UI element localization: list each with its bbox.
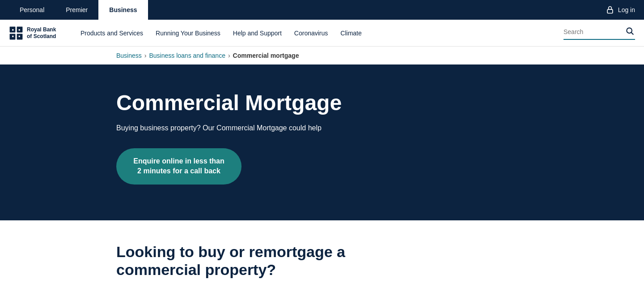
- breadcrumb-sep-1: ›: [144, 52, 147, 59]
- logo-area[interactable]: Royal Bank of Scotland: [9, 26, 63, 40]
- search-button[interactable]: [625, 26, 634, 37]
- svg-rect-8: [19, 35, 20, 37]
- hero-title: Commercial Mortgage: [116, 91, 528, 115]
- tab-premier[interactable]: Premier: [55, 0, 98, 20]
- breadcrumb: Business › Business loans and finance › …: [0, 47, 644, 64]
- tab-business[interactable]: Business: [98, 0, 148, 20]
- below-hero-section: Looking to buy or remortgage a commercia…: [0, 220, 644, 300]
- hero-subtitle: Buying business property? Our Commercial…: [116, 124, 528, 132]
- login-icon: [606, 5, 614, 14]
- nav-products-services[interactable]: Products and Services: [80, 30, 143, 37]
- breadcrumb-loans[interactable]: Business loans and finance: [149, 52, 225, 59]
- breadcrumb-business[interactable]: Business: [116, 52, 142, 59]
- top-bar: Personal Premier Business Log in: [0, 0, 644, 20]
- breadcrumb-current: Commercial mortgage: [233, 52, 299, 59]
- login-label: Log in: [618, 6, 635, 13]
- hero-section: Commercial Mortgage Buying business prop…: [0, 64, 644, 220]
- nav-coronavirus[interactable]: Coronavirus: [294, 30, 328, 37]
- svg-line-10: [631, 32, 634, 34]
- below-hero-title: Looking to buy or remortgage a commercia…: [116, 243, 349, 279]
- search-input[interactable]: [564, 28, 622, 35]
- search-area: [564, 26, 635, 40]
- svg-rect-6: [19, 29, 20, 30]
- breadcrumb-sep-2: ›: [228, 52, 230, 59]
- nav-running-business[interactable]: Running Your Business: [156, 30, 220, 37]
- svg-rect-7: [12, 35, 13, 37]
- hero-cta-button[interactable]: Enquire online in less than 2 minutes fo…: [116, 148, 242, 185]
- logo-line2: of Scotland: [27, 33, 56, 39]
- nav-climate[interactable]: Climate: [340, 30, 361, 37]
- svg-rect-0: [607, 9, 613, 13]
- nav-help-support[interactable]: Help and Support: [233, 30, 282, 37]
- logo-line1: Royal Bank: [27, 26, 56, 33]
- login-area[interactable]: Log in: [606, 5, 635, 14]
- rbs-logo-icon: [9, 26, 23, 40]
- tab-personal[interactable]: Personal: [9, 0, 55, 20]
- svg-point-9: [627, 28, 632, 33]
- nav-links: Products and Services Running Your Busin…: [80, 30, 564, 37]
- svg-rect-5: [12, 29, 13, 30]
- secondary-nav: Royal Bank of Scotland Products and Serv…: [0, 20, 644, 47]
- logo-text: Royal Bank of Scotland: [27, 26, 56, 39]
- top-bar-tabs: Personal Premier Business: [9, 0, 148, 20]
